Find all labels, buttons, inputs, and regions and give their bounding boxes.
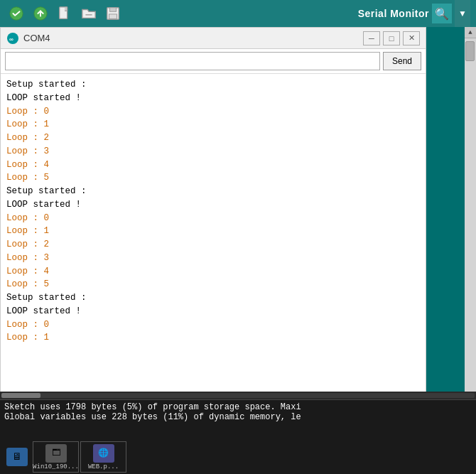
taskbar-web-icon: 🌐	[93, 444, 114, 463]
serial-output-line: LOOP started !	[6, 305, 420, 318]
serial-output-line: Loop : 0	[6, 105, 420, 119]
maximize-button[interactable]: □	[383, 31, 400, 45]
taskbar-web-item[interactable]: 🌐 WEB.p...	[80, 441, 126, 473]
console-scroll-track	[1, 393, 475, 398]
right-scrollbar: ▲ ▼	[465, 27, 476, 411]
serial-output-line: Loop : 1	[6, 225, 420, 238]
console-output: Sketch uses 1798 bytes (5%) of program s…	[0, 400, 476, 440]
minimize-button[interactable]: ─	[363, 31, 380, 45]
svg-rect-5	[109, 8, 116, 12]
taskbar: 🖥 🗔 Win10_190... 🌐 WEB.p...	[0, 440, 476, 474]
console-line-2: Global variables use 228 bytes (11%) of …	[4, 412, 472, 422]
taskbar-win10-icon: 🗔	[45, 444, 67, 463]
toolbar-dropdown-button[interactable]: ▼	[455, 0, 470, 27]
send-button[interactable]: Send	[383, 52, 421, 70]
taskbar-win10-label: Win10_190...	[33, 463, 79, 470]
serial-output-line: Loop : 4	[6, 265, 420, 279]
open-file-button[interactable]	[78, 4, 99, 23]
scroll-up-arrow[interactable]: ▲	[465, 27, 476, 38]
scroll-thumb[interactable]	[465, 41, 475, 61]
taskbar-win10-item[interactable]: 🗔 Win10_190...	[33, 441, 79, 473]
upload-button[interactable]	[30, 4, 51, 23]
serial-output-line: Loop : 4	[6, 158, 420, 172]
console-line-1: Sketch uses 1798 bytes (5%) of program s…	[4, 402, 472, 412]
serial-monitor-search-button[interactable]: 🔍	[432, 4, 452, 23]
new-file-button[interactable]	[54, 4, 75, 23]
serial-output: Setup started :LOOP started !Loop : 0Loo…	[1, 74, 426, 416]
save-file-button[interactable]	[102, 4, 124, 23]
serial-monitor-window: ∞ COM4 ─ □ ✕ Send Setup started :LOOP st…	[0, 27, 426, 439]
serial-output-line: Setup started :	[6, 78, 420, 92]
close-button[interactable]: ✕	[403, 31, 420, 45]
serial-monitor-label: Serial Monitor	[358, 8, 429, 19]
send-area: Send	[1, 49, 426, 74]
arduino-icon: ∞	[6, 32, 19, 45]
console-scroll-bar	[0, 392, 476, 400]
svg-rect-6	[109, 14, 117, 18]
scroll-track	[465, 38, 476, 399]
window-titlebar: ∞ COM4 ─ □ ✕	[1, 28, 426, 49]
serial-output-line: Loop : 5	[6, 171, 420, 185]
serial-output-line: Loop : 0	[6, 212, 420, 225]
serial-output-line: Loop : 3	[6, 252, 420, 265]
taskbar-desktop-icon: 🖥	[6, 448, 28, 466]
serial-output-line: LOOP started !	[6, 198, 420, 212]
arduino-toolbar: Serial Monitor 🔍 ▼	[0, 0, 476, 27]
window-title: COM4	[23, 33, 363, 43]
console-area: Sketch uses 1798 bytes (5%) of program s…	[0, 392, 476, 440]
verify-button[interactable]	[6, 4, 27, 23]
serial-output-line: Loop : 1	[6, 331, 420, 345]
serial-output-line: Loop : 1	[6, 118, 420, 131]
serial-output-line: Loop : 2	[6, 238, 420, 252]
console-scroll-thumb[interactable]	[1, 393, 40, 398]
serial-output-line: Loop : 2	[6, 131, 420, 145]
serial-output-line: Setup started :	[6, 185, 420, 198]
svg-text:∞: ∞	[9, 36, 13, 43]
taskbar-desktop-item[interactable]: 🖥	[3, 441, 31, 473]
serial-output-line: Loop : 3	[6, 145, 420, 158]
serial-output-line: Loop : 0	[6, 318, 420, 332]
serial-output-line: LOOP started !	[6, 92, 420, 105]
serial-output-line: Loop : 5	[6, 278, 420, 291]
serial-output-line: Setup started :	[6, 291, 420, 305]
taskbar-web-label: WEB.p...	[88, 463, 119, 470]
serial-input[interactable]	[5, 52, 380, 70]
window-controls: ─ □ ✕	[363, 31, 420, 45]
